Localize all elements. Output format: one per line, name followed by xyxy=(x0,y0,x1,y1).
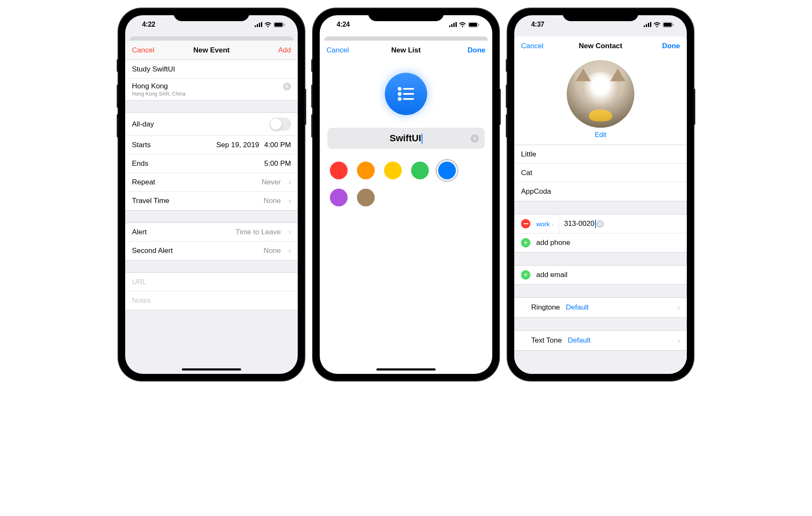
home-indicator[interactable] xyxy=(182,368,241,371)
phone-entry-row[interactable]: work › 313-0020 ✕ xyxy=(514,214,687,233)
travel-time-row[interactable]: Travel Time None› xyxy=(125,192,298,210)
starts-date: Sep 19, 2019 xyxy=(217,141,259,149)
location-name: Hong Kong xyxy=(132,82,168,91)
clear-text-icon[interactable]: ✕ xyxy=(471,134,479,143)
home-indicator[interactable] xyxy=(376,368,436,371)
svg-point-6 xyxy=(399,88,401,90)
svg-rect-1 xyxy=(274,23,283,27)
phone-type-label[interactable]: work xyxy=(536,220,550,228)
svg-rect-2 xyxy=(284,24,285,26)
list-name-input[interactable]: SwiftUI ✕ xyxy=(327,128,485,149)
nav-title: New Contact xyxy=(579,42,623,50)
phone-number-field[interactable]: 313-0020 xyxy=(564,220,596,228)
svg-rect-4 xyxy=(469,23,477,27)
cellular-icon xyxy=(644,22,651,27)
clear-location-icon[interactable]: ✕ xyxy=(283,82,291,91)
wifi-icon xyxy=(264,22,272,27)
remove-phone-icon[interactable] xyxy=(521,219,530,228)
status-time: 4:37 xyxy=(531,21,544,28)
cancel-button[interactable]: Cancel xyxy=(132,46,157,55)
add-phone-row[interactable]: add phone xyxy=(514,233,687,252)
color-swatch-yellow[interactable] xyxy=(384,162,402,179)
chevron-icon: › xyxy=(288,178,291,187)
event-location-field[interactable]: Hong Kong ✕ Hong Kong SAR, China xyxy=(125,79,298,100)
phone-contacts: 4:37 Cancel New Contact Done Edit Little xyxy=(508,8,694,381)
add-email-row[interactable]: add email xyxy=(514,266,687,284)
chevron-icon: › xyxy=(288,197,291,206)
battery-icon xyxy=(468,22,480,27)
color-swatch-green[interactable] xyxy=(411,162,429,179)
status-icons xyxy=(449,22,480,27)
repeat-row[interactable]: Repeat Never› xyxy=(125,173,298,192)
cellular-icon xyxy=(449,22,457,27)
nav-title: New List xyxy=(391,46,421,55)
color-swatch-red[interactable] xyxy=(330,162,348,179)
nav-title: New Event xyxy=(193,46,230,55)
text-cursor xyxy=(595,220,596,228)
ends-row[interactable]: Ends 5:00 PM xyxy=(125,154,298,173)
nav-bar: Cancel New List Done xyxy=(320,41,492,60)
phone-reminders: 4:24 Cancel New List Done SwiftUI ✕ xyxy=(313,8,499,381)
add-button[interactable]: Add xyxy=(266,46,291,55)
last-name-field[interactable]: Cat xyxy=(514,164,687,182)
company-field[interactable]: AppCoda xyxy=(514,182,687,201)
edit-photo-button[interactable]: Edit xyxy=(595,131,606,139)
cancel-button[interactable]: Cancel xyxy=(326,46,352,55)
chevron-icon: › xyxy=(678,303,680,312)
add-icon xyxy=(521,238,530,247)
color-swatch-brown[interactable] xyxy=(357,189,375,206)
nav-bar: Cancel New Event Add xyxy=(125,41,298,60)
wifi-icon xyxy=(653,22,661,27)
sheet-background xyxy=(324,36,488,41)
done-button[interactable]: Done xyxy=(460,46,486,55)
text-cursor xyxy=(422,134,422,144)
chevron-icon: › xyxy=(288,228,291,236)
allday-row: All-day xyxy=(125,113,298,136)
status-bar: 4:22 xyxy=(125,15,298,34)
notes-field[interactable]: Notes xyxy=(125,291,298,310)
color-swatch-purple[interactable] xyxy=(330,189,348,206)
status-time: 4:22 xyxy=(142,21,155,28)
svg-rect-5 xyxy=(478,24,479,26)
sheet-background xyxy=(129,36,294,41)
list-icon[interactable] xyxy=(385,73,427,115)
svg-rect-13 xyxy=(664,23,672,27)
color-swatch-blue[interactable] xyxy=(438,162,456,179)
battery-icon xyxy=(274,22,285,27)
alert-row[interactable]: Alert Time to Leave› xyxy=(125,223,298,242)
status-bar: 4:24 xyxy=(320,15,492,34)
first-name-field[interactable]: Little xyxy=(514,145,687,164)
chevron-icon: › xyxy=(551,220,554,228)
texttone-row[interactable]: Text Tone Default › xyxy=(514,331,687,350)
starts-time: 4:00 PM xyxy=(264,141,291,149)
color-picker xyxy=(320,162,492,206)
contact-avatar[interactable] xyxy=(567,60,634,128)
chevron-icon: › xyxy=(678,336,680,345)
ends-time: 5:00 PM xyxy=(264,159,291,168)
clear-phone-icon[interactable]: ✕ xyxy=(596,220,604,228)
cellular-icon xyxy=(255,22,262,27)
status-icons xyxy=(255,22,285,27)
wifi-icon xyxy=(459,22,466,27)
starts-row[interactable]: Starts Sep 19, 2019 4:00 PM xyxy=(125,136,298,154)
color-swatch-orange[interactable] xyxy=(357,162,375,179)
nav-bar: Cancel New Contact Done xyxy=(514,36,687,56)
status-icons xyxy=(644,22,674,27)
svg-rect-14 xyxy=(673,24,674,26)
cancel-button[interactable]: Cancel xyxy=(521,42,546,50)
event-title-field[interactable]: Study SwiftUI xyxy=(125,60,298,79)
add-icon xyxy=(521,270,530,280)
status-bar: 4:37 xyxy=(514,15,687,34)
second-alert-row[interactable]: Second Alert None› xyxy=(125,242,298,260)
chevron-icon: › xyxy=(288,247,291,255)
svg-point-10 xyxy=(399,98,401,100)
allday-toggle[interactable] xyxy=(269,118,291,131)
url-field[interactable]: URL xyxy=(125,273,298,291)
status-time: 4:24 xyxy=(337,21,350,28)
battery-icon xyxy=(663,22,674,27)
phone-calendar: 4:22 Cancel New Event Add Study SwiftUI … xyxy=(118,8,304,381)
done-button[interactable]: Done xyxy=(655,42,680,50)
ringtone-row[interactable]: Ringtone Default › xyxy=(514,298,687,317)
svg-point-8 xyxy=(399,93,401,95)
location-subtitle: Hong Kong SAR, China xyxy=(132,91,291,97)
